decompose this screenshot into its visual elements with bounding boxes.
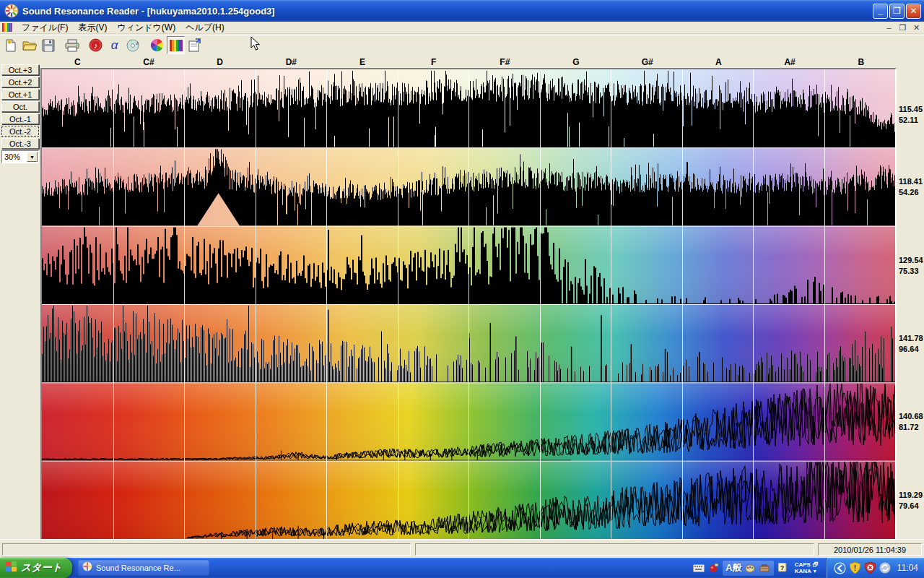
cd-music-button[interactable]: ♪: [124, 36, 142, 54]
start-label: スタート: [21, 561, 62, 574]
color-wheel-view-icon: [150, 38, 164, 52]
svg-text:!: !: [854, 564, 856, 572]
band-2-values: 118.4154.26: [899, 176, 923, 198]
band-1-values: 115.4552.11: [899, 104, 923, 126]
mdi-minimize-button[interactable]: –: [883, 22, 895, 33]
record-sound-icon: ♪: [89, 38, 103, 52]
note-label-D: D: [184, 57, 256, 68]
print-button[interactable]: [63, 36, 81, 54]
svg-text:α: α: [111, 38, 119, 52]
close-button[interactable]: ✕: [906, 4, 921, 19]
record-sound-button[interactable]: ♪: [87, 36, 105, 54]
band-1-value-mean: 52.11: [899, 115, 923, 126]
rainbow-spectrum-view-button[interactable]: [167, 36, 185, 54]
caps-kana-indicator[interactable]: CAPS🗗 KANA▾: [795, 561, 819, 574]
note-label-Gsharp: G#: [611, 57, 683, 68]
task-label: Sound Resonance Re...: [96, 564, 180, 572]
taskbar-item-sound-resonance[interactable]: Sound Resonance Re...: [78, 560, 209, 576]
zoom-level-value: 30%: [2, 152, 27, 161]
task-app-icon: [82, 561, 92, 574]
octave-button-octminus2[interactable]: Oct.-2: [1, 126, 39, 137]
alpha-mode-icon: α: [108, 38, 121, 52]
note-label-E: E: [327, 57, 398, 68]
band-5-value-mean: 81.72: [899, 422, 923, 433]
ime-toolbox-icon[interactable]: [759, 562, 771, 574]
open-file-button[interactable]: [20, 36, 38, 54]
restore-button[interactable]: ❐: [889, 4, 905, 19]
status-panel-2: [415, 543, 814, 556]
taskbar-clock[interactable]: 11:04: [897, 563, 918, 573]
keyboard-icon[interactable]: [692, 562, 705, 574]
spectrum-plot[interactable]: [40, 68, 897, 540]
new-document-icon: ✱: [4, 38, 17, 52]
windows-update-icon[interactable]: [879, 562, 892, 574]
dropdown-arrow-icon[interactable]: ▼: [27, 152, 38, 162]
menu-view[interactable]: 表示(V): [73, 21, 112, 35]
band-4-values: 141.7896.64: [899, 333, 923, 355]
note-label-C: C: [42, 57, 113, 68]
svg-text:♪: ♪: [136, 39, 139, 46]
note-label-Asharp: A#: [754, 57, 826, 68]
menu-file[interactable]: ファイル(F): [17, 21, 73, 35]
cd-music-icon: ♪: [126, 38, 140, 52]
band-6-values: 119.2979.64: [899, 490, 923, 512]
taskbar: スタート Sound Resonance Re... A般: [0, 558, 924, 578]
band-6-value-max: 119.29: [899, 490, 923, 501]
ime-mode-label[interactable]: A般: [725, 561, 741, 574]
toolbar: ✱♪α♪: [0, 35, 924, 55]
mdi-restore-button[interactable]: ❐: [897, 22, 909, 33]
app-icon: [4, 4, 19, 18]
band-4-value-max: 141.78: [899, 333, 923, 344]
color-wheel-view-button[interactable]: [148, 36, 166, 54]
alpha-mode-button[interactable]: α: [105, 36, 123, 54]
ime-palette-icon[interactable]: [744, 562, 757, 574]
security-alert-shield-icon[interactable]: [864, 562, 876, 574]
band-3-values: 129.5475.33: [899, 255, 923, 277]
note-label-B: B: [825, 57, 897, 68]
window-title: Sound Resonance Reader - [hukuyama2010.1…: [22, 6, 873, 17]
octave-sidebar: Oct.+3Oct.+2Oct.+1Oct.Oct.-1Oct.-2Oct.-3…: [1, 64, 40, 163]
svg-text:✱: ✱: [7, 39, 12, 46]
status-datetime: 2010/01/26 11:04:39: [818, 543, 922, 556]
save-file-icon: [42, 39, 55, 52]
band-1-value-max: 115.45: [899, 104, 923, 115]
menu-help[interactable]: ヘルプ(H): [180, 21, 230, 35]
note-label-F: F: [398, 57, 469, 68]
ime-language-bar[interactable]: A般: [723, 561, 773, 576]
properties-button[interactable]: [186, 36, 204, 54]
datetime-text: 2010/01/26 11:04:39: [834, 545, 906, 554]
rainbow-spectrum-view-icon: [170, 39, 183, 52]
note-label-A: A: [683, 57, 754, 68]
mdi-close-button[interactable]: ✕: [910, 22, 923, 33]
menu-bar: ファイル(F) 表示(V) ウィンドウ(W) ヘルプ(H) – ❐ ✕: [0, 22, 924, 34]
band-5-values: 140.6881.72: [899, 411, 923, 433]
save-file-button[interactable]: [39, 36, 57, 54]
menu-window[interactable]: ウィンドウ(W): [112, 21, 180, 35]
octave-button-oct1[interactable]: Oct.+1: [1, 89, 39, 100]
octave-button-oct3[interactable]: Oct.+3: [1, 64, 39, 75]
band-2-value-max: 118.41: [899, 176, 923, 187]
mouse-settings-icon[interactable]: [707, 562, 720, 574]
note-label-Csharp: C#: [113, 57, 185, 68]
octave-button-oct[interactable]: Oct.: [1, 101, 39, 112]
note-label-G: G: [541, 57, 612, 68]
zoom-level-select[interactable]: 30%▼: [1, 150, 39, 163]
minimize-button[interactable]: _: [873, 4, 888, 19]
octave-button-octminus3[interactable]: Oct.-3: [1, 138, 39, 149]
new-document-button[interactable]: ✱: [1, 36, 19, 54]
octave-button-octminus1[interactable]: Oct.-1: [1, 113, 39, 124]
collapse-chevron-icon[interactable]: [834, 562, 846, 574]
mouse-cursor: [250, 36, 261, 54]
start-button[interactable]: スタート: [0, 558, 72, 578]
note-scale-header: CC#DD#EFF#GG#AA#B: [42, 57, 897, 68]
band-2-value-mean: 54.26: [899, 187, 923, 198]
band-6-value-mean: 79.64: [899, 501, 923, 512]
notification-area: ! 11:04: [826, 558, 924, 578]
security-warning-shield-icon[interactable]: !: [849, 562, 861, 574]
octave-button-oct2[interactable]: Oct.+2: [1, 77, 39, 87]
help-icon[interactable]: ?: [777, 562, 789, 574]
document-rainbow-icon: [2, 22, 12, 33]
status-panel-1: [2, 543, 411, 556]
note-label-Dsharp: D#: [256, 57, 327, 68]
spectrum-canvas[interactable]: [42, 69, 895, 539]
